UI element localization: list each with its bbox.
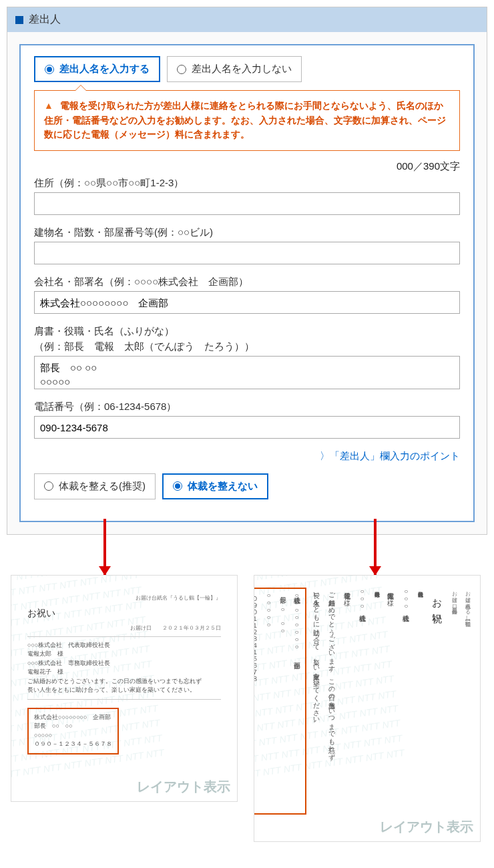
square-bullet-icon bbox=[15, 16, 23, 24]
field-address: 住所（例：○○県○○市○○町1-2-3） bbox=[34, 177, 460, 217]
radio-checked-icon bbox=[173, 481, 182, 491]
field-name: 肩書・役職・氏名（ふりがな） （例：部長 電報 太郎（でんぽう たろう）） 部長… bbox=[34, 325, 460, 391]
input-name[interactable]: 部長 ○○ ○○ ○○○○○ bbox=[34, 356, 460, 389]
pv-v-role1: 代表取締役社長 bbox=[416, 588, 425, 815]
field-phone: 電話番号（例：06-1234-5678） 090-1234-5678 bbox=[34, 401, 460, 441]
radio-enter-sender-label: 差出人名を入力する bbox=[59, 63, 150, 75]
pv-v-hl-company: 株式会社○○○○○○○○ 企画部 bbox=[291, 592, 302, 811]
format-toggle: 体裁を整える(推奨) 体裁を整えない bbox=[34, 473, 460, 499]
radio-format-tidy[interactable]: 体裁を整える(推奨) bbox=[34, 473, 156, 499]
input-company[interactable]: 株式会社○○○○○○○○ 企画部 bbox=[34, 291, 460, 314]
pv-h-meta2: お届け日 ２０２１年０３月２５日 bbox=[27, 624, 221, 632]
radio-checked-icon bbox=[45, 65, 54, 74]
pv-v-name2: 電報花子 様 bbox=[341, 588, 352, 815]
arrow-container bbox=[7, 535, 487, 575]
radio-format-tidy-label: 体裁を整える(推奨) bbox=[59, 480, 146, 493]
arrow-down-right-icon bbox=[374, 519, 377, 575]
radio-skip-sender-label: 差出人名を入力しない bbox=[192, 63, 292, 75]
highlight-box-horizontal: 株式会社○○○○○○○○ 企画部 部長 ○○ ○○ ○○○○○ ０９０－１２３４… bbox=[27, 708, 119, 754]
radio-skip-sender[interactable]: 差出人名を入力しない bbox=[167, 56, 302, 82]
label-name-example: （例：部長 電報 太郎（でんぽう たろう）） bbox=[34, 341, 460, 353]
pv-h-line: ○○○株式会社 代表取締役社長 bbox=[27, 641, 221, 650]
pv-h-line: 電報太郎 様 bbox=[27, 650, 221, 659]
radio-format-keep-label: 体裁を整えない bbox=[188, 480, 258, 493]
preview-row: NTT NTT NTT NTT NTT NTT NTT NTT NTT NTT … bbox=[7, 575, 487, 842]
input-address[interactable] bbox=[34, 192, 460, 215]
pv-h-line: ○○○株式会社 専務取締役社長 bbox=[27, 659, 221, 668]
sender-panel: 差出人 差出人名を入力する 差出人名を入力しない ▲ 電報を受け取られた方が差出… bbox=[7, 7, 487, 535]
pv-h-line: 電報花子 様 bbox=[27, 668, 221, 677]
preview-h-content: お届け台紙名『うるし鶴【一輪】』 お祝い お届け日 ２０２１年０３月２５日 ○○… bbox=[11, 576, 237, 771]
radio-unchecked-icon bbox=[44, 481, 53, 491]
label-phone: 電話番号（例：06-1234-5678） bbox=[34, 401, 460, 413]
label-company: 会社名・部署名（例：○○○○株式会社 企画部） bbox=[34, 276, 460, 288]
label-name: 肩書・役職・氏名（ふりがな） bbox=[34, 325, 460, 338]
pv-h-hl: 株式会社○○○○○○○○ 企画部 bbox=[34, 713, 112, 722]
pv-v-company1: ○○○株式会社 bbox=[401, 588, 412, 815]
tips-link-row: 〉「差出人」欄入力のポイント bbox=[34, 450, 460, 463]
warning-callout: ▲ 電報を受け取られた方が差出人様に連絡をとられる際にお手間とならないよう、氏名… bbox=[34, 90, 460, 151]
panel-header: 差出人 bbox=[7, 7, 487, 32]
pv-h-line: 長い人生をともに助け合って、楽しい家庭を築いてください。 bbox=[27, 686, 221, 695]
pv-v-msg1: ご結婚おめでとうございます。この日の感激をいつまでも忘れず bbox=[326, 588, 337, 815]
pv-v-hl-role: 部長 ○○ ○○ bbox=[277, 592, 288, 811]
radio-format-keep[interactable]: 体裁を整えない bbox=[162, 473, 268, 499]
preview-horizontal: NTT NTT NTT NTT NTT NTT NTT NTT NTT NTT … bbox=[11, 575, 238, 802]
pv-v-meta1: お届け台紙名『うるし鶴【一輪】』 bbox=[463, 588, 472, 815]
radio-enter-sender[interactable]: 差出人名を入力する bbox=[34, 56, 160, 82]
pv-h-hl: ○○○○○ bbox=[34, 731, 112, 740]
char-counter: 000／390文字 bbox=[34, 160, 460, 173]
warning-message: 電報を受け取られた方が差出人様に連絡をとられる際にお手間とならないよう、氏名のほ… bbox=[44, 101, 446, 140]
pv-h-hl: ０９０－１２３４－５６７８ bbox=[34, 740, 112, 749]
panel-title: 差出人 bbox=[29, 13, 61, 27]
warning-icon: ▲ bbox=[44, 100, 53, 111]
input-phone[interactable]: 090-1234-5678 bbox=[34, 416, 460, 439]
radio-unchecked-icon bbox=[177, 65, 186, 74]
pv-h-title: お祝い bbox=[27, 606, 221, 620]
pv-v-hl-furi: ○○○○○ bbox=[263, 592, 274, 811]
pv-v-hl-phone: ０９０１１２３４１５６７８ bbox=[254, 592, 260, 811]
preview-vertical: NTT NTT NTT NTT NTT NTT NTT NTT NTT NTT … bbox=[254, 575, 481, 842]
form-box: 差出人名を入力する 差出人名を入力しない ▲ 電報を受け取られた方が差出人様に連… bbox=[19, 44, 475, 522]
pv-v-company2: ○○○株式会社 bbox=[356, 588, 368, 815]
sender-input-toggle: 差出人名を入力する 差出人名を入力しない bbox=[34, 56, 460, 82]
pv-v-role2: 専務取締役社長 bbox=[372, 588, 381, 815]
pv-h-line: ご結婚おめでとうございます。この日の感激をいつまでも忘れず bbox=[27, 677, 221, 686]
label-address: 住所（例：○○県○○市○○町1-2-3） bbox=[34, 177, 460, 190]
layout-watermark: レイアウト表示 bbox=[137, 778, 230, 796]
layout-watermark: レイアウト表示 bbox=[380, 818, 473, 836]
callout-arrow-icon bbox=[75, 85, 87, 91]
pv-v-title: お祝い bbox=[429, 588, 446, 815]
preview-v-content: お届け台紙名『うるし鶴【一輪】』 お届け日 二〇二一年三月二五日 お祝い 代表取… bbox=[254, 576, 480, 841]
label-building: 建物名・階数・部屋番号等(例：○○ビル) bbox=[34, 226, 460, 239]
highlight-box-vertical: 株式会社○○○○○○○○ 企画部 部長 ○○ ○○ ○○○○○ ０９０１１２３４… bbox=[254, 588, 306, 815]
field-company: 会社名・部署名（例：○○○○株式会社 企画部） 株式会社○○○○○○○○ 企画部 bbox=[34, 276, 460, 316]
pv-h-hl: 部長 ○○ ○○ bbox=[34, 722, 112, 731]
panel-body: 差出人名を入力する 差出人名を入力しない ▲ 電報を受け取られた方が差出人様に連… bbox=[7, 32, 487, 534]
pv-v-msg2: 長い人生をともに助け合って 楽しい家庭を築いてください。 bbox=[310, 588, 322, 815]
field-building: 建物名・階数・部屋番号等(例：○○ビル) bbox=[34, 226, 460, 266]
pv-h-meta1: お届け台紙名『うるし鶴【一輪】』 bbox=[27, 594, 221, 602]
pv-v-name1: 電報太郎 様 bbox=[385, 588, 397, 815]
sender-tips-link[interactable]: 〉「差出人」欄入力のポイント bbox=[320, 450, 460, 461]
pv-v-meta2: お届け日 二〇二一年三月二五日 bbox=[450, 588, 459, 815]
arrow-down-left-icon bbox=[103, 519, 106, 575]
divider bbox=[27, 636, 221, 637]
divider bbox=[27, 699, 221, 700]
input-building[interactable] bbox=[34, 242, 460, 264]
